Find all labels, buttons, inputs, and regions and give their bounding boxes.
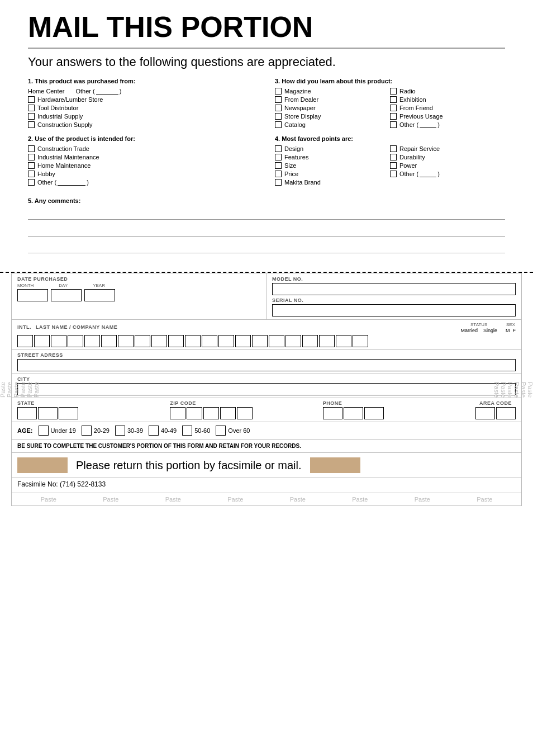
phone-cell-2[interactable]: [344, 407, 363, 419]
name-cell-9[interactable]: [151, 335, 167, 347]
q1-checkbox-tool[interactable]: [28, 105, 35, 111]
q3-other-input[interactable]: [420, 121, 436, 128]
q4-cb-size[interactable]: [275, 162, 282, 169]
age-cb-4049[interactable]: [149, 426, 159, 436]
street-label: STREET ADRESS: [17, 352, 516, 358]
zip-cell-3[interactable]: [203, 407, 219, 419]
zip-cell-1[interactable]: [170, 407, 185, 419]
age-under19: Under 19: [39, 426, 76, 436]
question-3: 3. How did you learn about this product:…: [275, 78, 505, 130]
phone-cell-3[interactable]: [364, 407, 384, 419]
q1-checkbox-construction[interactable]: [28, 121, 35, 128]
q1-label-home-center: Home Center: [28, 88, 64, 94]
q4-cb-price[interactable]: [275, 171, 282, 177]
name-cell-5[interactable]: [84, 335, 100, 347]
q3-cb-newspaper[interactable]: [275, 105, 282, 111]
paste-right-2: Paste: [520, 273, 527, 505]
zip-cell-2[interactable]: [187, 407, 202, 419]
name-cell-7[interactable]: [118, 335, 134, 347]
paste-left-5: Paste: [26, 273, 33, 505]
q1-label-other: Other (: [75, 88, 94, 94]
name-cell-15[interactable]: [252, 335, 268, 347]
q3-cb-store[interactable]: [275, 113, 282, 120]
name-cell-12[interactable]: [202, 335, 217, 347]
q2-cb-construction[interactable]: [28, 145, 35, 152]
serial-input[interactable]: [272, 304, 516, 316]
q3-title: 3. How did you learn about this product:: [275, 78, 505, 84]
q2-cb-hobby[interactable]: [28, 171, 35, 177]
zip-cell-4[interactable]: [220, 407, 236, 419]
paste-right-4: Paste: [507, 273, 513, 505]
q1-label-tool: Tool Distributor: [37, 105, 78, 111]
q1-checkbox-industrial[interactable]: [28, 113, 35, 120]
paste-bottom-1: Paste: [41, 496, 56, 503]
name-cell-17[interactable]: [285, 335, 301, 347]
q2-cb-industrial[interactable]: [28, 154, 35, 160]
state-cell-2[interactable]: [38, 407, 58, 419]
q1-option-tool: Tool Distributor: [28, 105, 258, 111]
state-cell-3[interactable]: [59, 407, 78, 419]
q3-cb-magazine[interactable]: [275, 88, 282, 94]
zip-cell-5[interactable]: [237, 407, 253, 419]
q1-title: 1. This product was purchased from:: [28, 78, 258, 84]
name-cell-sex1[interactable]: [353, 335, 368, 347]
name-cell-6[interactable]: [101, 335, 117, 347]
notice-text: BE SURE TO COMPLETE THE CUSTOMER'S PORTI…: [12, 440, 521, 453]
name-cell-11[interactable]: [185, 335, 201, 347]
comment-line-3[interactable]: [28, 241, 505, 253]
name-cell-status2[interactable]: [336, 335, 351, 347]
name-cell-13[interactable]: [218, 335, 234, 347]
date-model-row: DATE PURCHASED MONTH DAY YEAR MODEL NO.: [12, 273, 521, 320]
day-input[interactable]: [51, 289, 82, 301]
name-cell-10[interactable]: [168, 335, 184, 347]
comment-line-2[interactable]: [28, 224, 505, 237]
q4-cb-power[interactable]: [390, 162, 397, 169]
age-cb-3039[interactable]: [115, 426, 125, 436]
phone-cell-1[interactable]: [323, 407, 342, 419]
q3-cb-other[interactable]: [390, 121, 397, 128]
q2-cb-other[interactable]: [28, 179, 35, 186]
q3-cb-radio[interactable]: [390, 88, 397, 94]
q3-cb-catalog[interactable]: [275, 121, 282, 128]
street-input[interactable]: [17, 359, 516, 371]
q4-cb-features[interactable]: [275, 154, 282, 160]
question-5: 5. Any comments:: [28, 197, 505, 253]
q4-cb-makita[interactable]: [275, 179, 282, 186]
age-cb-under19[interactable]: [39, 426, 49, 436]
q3-cb-dealer[interactable]: [275, 96, 282, 103]
q4-cb-design[interactable]: [275, 145, 282, 152]
age-40-49: 40-49: [149, 426, 177, 436]
q4-cb-other[interactable]: [390, 171, 397, 177]
q1-checkbox-hardware[interactable]: [28, 96, 35, 103]
name-cell-14[interactable]: [235, 335, 251, 347]
year-input[interactable]: [84, 289, 115, 301]
q2-other-input[interactable]: [58, 179, 85, 186]
city-input[interactable]: [17, 383, 516, 395]
paste-left-6: Paste: [33, 273, 40, 505]
age-cb-over60[interactable]: [216, 426, 226, 436]
q3-cb-previous[interactable]: [390, 113, 397, 120]
q1-other-input[interactable]: [96, 88, 118, 94]
q1-label-construction: Construction Supply: [37, 121, 92, 128]
q4-other-input[interactable]: [420, 171, 436, 177]
model-input[interactable]: [272, 283, 516, 295]
q4-cb-repair[interactable]: [390, 145, 397, 152]
q3-cb-friend[interactable]: [390, 105, 397, 111]
q2-cb-home[interactable]: [28, 162, 35, 169]
q4-col2: Repair Service Durability Power Other ( …: [390, 145, 505, 187]
name-cell-18[interactable]: [302, 335, 318, 347]
name-section: INTL. LAST NAME / COMPANY NAME STATUS Ma…: [12, 320, 521, 350]
name-cell-4[interactable]: [68, 335, 83, 347]
name-cell-3[interactable]: [51, 335, 66, 347]
q4-cb-durability[interactable]: [390, 154, 397, 160]
name-cell-8[interactable]: [135, 335, 150, 347]
name-cell-16[interactable]: [269, 335, 284, 347]
age-cb-5060[interactable]: [182, 426, 192, 436]
comment-line-1[interactable]: [28, 207, 505, 220]
zip-col: ZIP CODE: [170, 400, 322, 419]
name-cell-status1[interactable]: [319, 335, 335, 347]
area-cell-1[interactable]: [475, 407, 495, 419]
age-cb-2029[interactable]: [82, 426, 92, 436]
serial-label: SERIAL NO.: [272, 297, 516, 303]
q3-cb-exhibition[interactable]: [390, 96, 397, 103]
